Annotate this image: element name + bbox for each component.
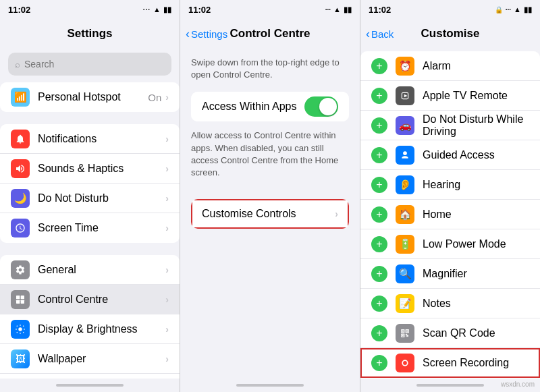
guided-access-label: Guided Access xyxy=(423,149,529,161)
display-label: Display & Brightness xyxy=(38,323,165,335)
settings-list-3: General › Control Centre › Display & Bri… xyxy=(0,255,180,379)
display-chevron: › xyxy=(165,324,169,335)
signal-icon-2: ··· xyxy=(325,6,331,13)
toggle-description: Allow access to Control Centre within ap… xyxy=(180,121,360,187)
status-bar-2: 11:02 ··· ▲ ▮▮ xyxy=(180,0,360,19)
plus-scan-qr[interactable]: + xyxy=(371,325,387,341)
control-centre-panel: 11:02 ··· ▲ ▮▮ ‹ Settings Control Centre… xyxy=(180,0,360,392)
svg-rect-2 xyxy=(16,300,20,303)
status-icons-2: ··· ▲ ▮▮ xyxy=(325,5,352,14)
appletv-icon xyxy=(396,86,414,105)
customise-item-guided-access[interactable]: + Guided Access xyxy=(360,140,540,170)
sounds-chevron: › xyxy=(165,163,169,174)
wallpaper-label: Wallpaper xyxy=(38,353,165,365)
home-label: Home xyxy=(423,208,529,221)
low-power-icon: 🔋 xyxy=(396,235,414,254)
back-button-3[interactable]: ‹ Back xyxy=(366,27,394,41)
notifications-icon xyxy=(11,130,30,148)
settings-scroll[interactable]: 📶 Personal Hotspot On › Notifications › … xyxy=(0,80,180,379)
settings-item-sounds[interactable]: Sounds & Haptics › xyxy=(0,154,180,184)
control-centre-description: Swipe down from the top-right edge to op… xyxy=(180,49,360,89)
home-indicator-1 xyxy=(56,384,124,387)
plus-alarm[interactable]: + xyxy=(371,58,387,74)
customise-item-stopwatch[interactable]: + ⏱ Stopwatch xyxy=(360,378,540,379)
screen-recording-icon xyxy=(396,354,414,372)
settings-list-2: Notifications › Sounds & Haptics › 🌙 Do … xyxy=(0,124,180,243)
settings-item-control-centre[interactable]: Control Centre › xyxy=(0,285,180,314)
battery-icon-1: ▮▮ xyxy=(163,5,171,14)
settings-back-button[interactable]: ‹ Settings xyxy=(186,27,227,41)
customise-item-alarm[interactable]: + ⏰ Alarm xyxy=(360,51,540,81)
control-centre-scroll[interactable]: Swipe down from the top-right edge to op… xyxy=(180,49,360,379)
customise-item-appletv[interactable]: + Apple TV Remote xyxy=(360,81,540,111)
low-power-label: Low Power Mode xyxy=(423,238,529,250)
settings-item-dnd[interactable]: 🌙 Do Not Disturb › xyxy=(0,184,180,213)
plus-dnd-driving[interactable]: + xyxy=(371,117,387,134)
customise-item-dnd-driving[interactable]: + 🚗 Do Not Disturb While Driving xyxy=(360,111,540,140)
svg-rect-18 xyxy=(406,330,408,331)
plus-notes[interactable]: + xyxy=(371,296,387,312)
plus-guided-access[interactable]: + xyxy=(371,147,387,163)
plus-screen-recording[interactable]: + xyxy=(371,355,387,371)
battery-icon-3: ▮▮ xyxy=(524,5,532,14)
wallpaper-icon: 🖼 xyxy=(11,349,30,368)
access-within-apps-toggle[interactable] xyxy=(304,96,338,117)
customise-item-screen-recording[interactable]: + Screen Recording xyxy=(360,348,540,378)
dnd-icon: 🌙 xyxy=(11,189,30,208)
settings-item-personal-hotspot[interactable]: 📶 Personal Hotspot On › xyxy=(0,82,180,112)
control-centre-icon xyxy=(11,290,30,309)
status-icons-3: 🔒 ··· ▲ ▮▮ xyxy=(495,5,532,14)
access-within-apps-label: Access Within Apps xyxy=(202,101,304,113)
customise-section: Customise Controls › xyxy=(191,199,349,229)
hearing-label: Hearing xyxy=(423,179,529,191)
customise-item-notes[interactable]: + 📝 Notes xyxy=(360,289,540,318)
plus-home[interactable]: + xyxy=(371,206,387,223)
plus-magnifier[interactable]: + xyxy=(371,266,387,282)
svg-marker-13 xyxy=(404,94,408,97)
settings-panel: 11:02 ··· ▲ ▮▮ Settings ⌕ 📶 Personal Hot… xyxy=(0,0,180,392)
plus-low-power[interactable]: + xyxy=(371,236,387,252)
scan-qr-label: Scan QR Code xyxy=(423,327,529,339)
settings-item-siri[interactable]: Siri & Search › xyxy=(0,374,180,379)
alarm-label: Alarm xyxy=(423,60,529,72)
search-bar[interactable]: ⌕ xyxy=(8,53,171,76)
access-within-apps-item[interactable]: Access Within Apps xyxy=(191,92,349,121)
back-label-3: Back xyxy=(371,28,394,40)
settings-item-screen-time[interactable]: Screen Time › xyxy=(0,213,180,243)
svg-point-4 xyxy=(18,327,22,331)
customise-item-scan-qr[interactable]: + Scan QR Code xyxy=(360,318,540,348)
wifi-icon-3: ▲ xyxy=(514,5,521,13)
customise-item-hearing[interactable]: + 👂 Hearing xyxy=(360,170,540,200)
signal-icon-1: ··· xyxy=(143,6,151,13)
dnd-driving-label: Do Not Disturb While Driving xyxy=(423,113,529,138)
settings-item-display[interactable]: Display & Brightness › xyxy=(0,314,180,344)
svg-rect-3 xyxy=(21,300,24,303)
hearing-icon: 👂 xyxy=(396,175,414,194)
dnd-label: Do Not Disturb xyxy=(38,192,165,204)
svg-rect-0 xyxy=(16,296,20,299)
customise-scroll[interactable]: + ⏰ Alarm + Apple TV Remote + 🚗 Do Not D… xyxy=(360,49,540,379)
home-indicator-3 xyxy=(416,384,484,387)
settings-item-notifications[interactable]: Notifications › xyxy=(0,124,180,154)
back-chevron-2: ‹ xyxy=(186,27,190,41)
plus-hearing[interactable]: + xyxy=(371,177,387,193)
settings-item-wallpaper[interactable]: 🖼 Wallpaper › xyxy=(0,344,180,374)
watermark: wsxdn.com xyxy=(501,381,535,388)
home-icon: 🏠 xyxy=(396,205,414,224)
screen-time-chevron: › xyxy=(165,223,169,233)
customise-nav-title: Customise xyxy=(421,27,480,40)
customise-list: + ⏰ Alarm + Apple TV Remote + 🚗 Do Not D… xyxy=(360,51,540,379)
control-centre-chevron: › xyxy=(165,294,169,305)
notes-label: Notes xyxy=(423,298,529,310)
control-centre-label: Control Centre xyxy=(38,293,165,306)
control-centre-nav-title: Control Centre xyxy=(230,27,310,40)
settings-item-general[interactable]: General › xyxy=(0,255,180,285)
search-input[interactable] xyxy=(24,59,165,69)
customise-item-magnifier[interactable]: + 🔍 Magnifier xyxy=(360,259,540,289)
customise-controls-item[interactable]: Customise Controls › xyxy=(191,199,349,229)
nav-bar-3: ‹ Back Customise xyxy=(360,19,540,49)
plus-appletv[interactable]: + xyxy=(371,88,387,104)
customise-item-low-power[interactable]: + 🔋 Low Power Mode xyxy=(360,229,540,259)
customise-controls-chevron: › xyxy=(335,208,338,219)
customise-item-home[interactable]: + 🏠 Home xyxy=(360,200,540,229)
